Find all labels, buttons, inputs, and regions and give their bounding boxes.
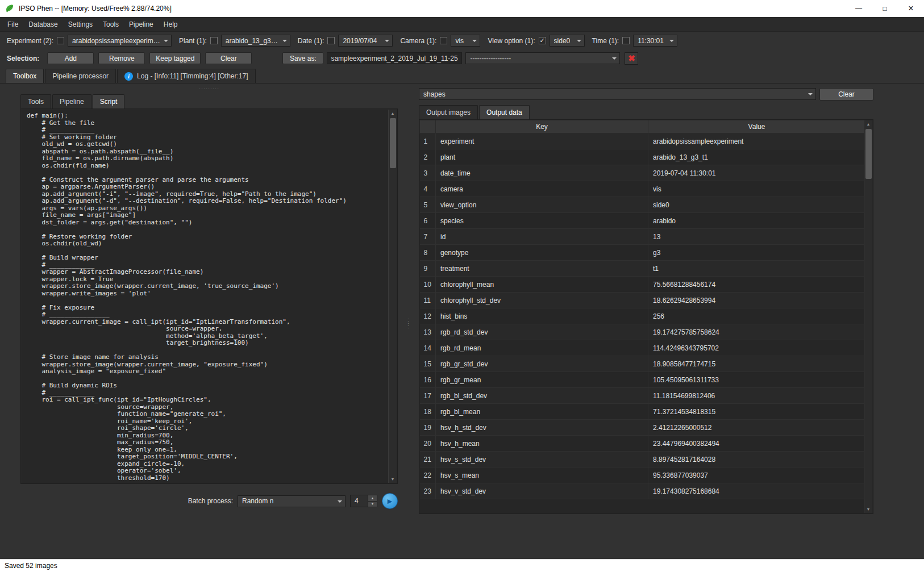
- table-row[interactable]: 2plantarabido_13_g3_t1: [420, 149, 865, 165]
- batch-mode-dropdown[interactable]: Random n: [238, 495, 346, 507]
- table-row[interactable]: 5view_optionside0: [420, 197, 865, 213]
- remove-button[interactable]: Remove: [98, 52, 145, 64]
- row-key: rgb_bl_mean: [436, 404, 648, 420]
- table-row[interactable]: 11chlorophyll_std_dev18.62629428653994: [420, 293, 865, 308]
- clear-button[interactable]: Clear: [205, 52, 252, 64]
- table-row[interactable]: 8genotypeg3: [420, 245, 865, 261]
- delete-selection-button[interactable]: ✖: [625, 52, 638, 65]
- time-checkbox[interactable]: [622, 37, 630, 44]
- date-checkbox[interactable]: [327, 37, 335, 44]
- tab-toolbox[interactable]: Toolbox: [6, 69, 44, 83]
- maximize-button[interactable]: □: [872, 0, 898, 17]
- panel-splitter[interactable]: ·····: [398, 87, 419, 559]
- time-dropdown[interactable]: 11:30:01: [633, 35, 677, 47]
- table-row[interactable]: 23hsv_v_std_dev19.174308275168684: [420, 483, 865, 499]
- table-row[interactable]: 17rgb_bl_std_dev11.18154699812406: [420, 388, 865, 404]
- table-row[interactable]: 22hsv_s_mean95.336877039037: [420, 467, 865, 483]
- table-row[interactable]: 10chlorophyll_mean75.56681288456174: [420, 277, 865, 293]
- code-editor[interactable]: def main(): # Get the file # ___________…: [21, 109, 397, 483]
- vertical-splitter-handle[interactable]: ·····: [406, 318, 411, 329]
- scroll-down-icon[interactable]: ▼: [864, 506, 872, 513]
- add-button[interactable]: Add: [47, 52, 94, 64]
- save-as-button[interactable]: Save as:: [282, 52, 323, 64]
- horizontal-splitter-handle[interactable]: ·········: [199, 87, 219, 94]
- tab-tools[interactable]: Tools: [20, 94, 51, 108]
- row-key: camera: [436, 181, 648, 197]
- filter-bar: Experiment (2):arabidopsissampleexperime…: [0, 32, 924, 49]
- scroll-up-icon[interactable]: ▲: [389, 110, 397, 117]
- menu-item-database[interactable]: Database: [23, 17, 63, 31]
- menu-item-pipeline[interactable]: Pipeline: [124, 17, 159, 31]
- row-key: rgb_rd_std_dev: [436, 324, 648, 340]
- corner-header: [420, 120, 436, 133]
- table-header-row: Key Value: [420, 120, 865, 133]
- row-value: 19.174308275168684: [648, 483, 865, 499]
- plant-dropdown[interactable]: arabido_13_g3_t1: [221, 35, 290, 47]
- plant-checkbox[interactable]: [210, 37, 218, 44]
- keep-tagged-button[interactable]: Keep tagged: [149, 52, 201, 64]
- editor-scrollbar[interactable]: ▲ ▼: [388, 110, 397, 483]
- scroll-up-icon[interactable]: ▲: [864, 120, 872, 128]
- table-scrollbar-thumb[interactable]: [865, 129, 872, 179]
- row-index: 19: [420, 420, 436, 436]
- output-data-table: Key Value 1experimentarabidopsissampleex…: [419, 120, 865, 499]
- key-column-header[interactable]: Key: [436, 120, 648, 133]
- table-row[interactable]: 4cameravis: [420, 181, 865, 197]
- experiment-dropdown[interactable]: arabidopsissampleexperiment: [68, 35, 172, 47]
- batch-count-stepper[interactable]: 4 ▲ ▼: [350, 495, 377, 507]
- table-row[interactable]: 20hsv_h_mean23.447969400382494: [420, 436, 865, 452]
- row-value: g3: [648, 245, 865, 261]
- menu-item-help[interactable]: Help: [159, 17, 183, 31]
- save-as-filename-input[interactable]: [327, 52, 462, 64]
- output-group-dropdown[interactable]: shapes: [419, 88, 816, 100]
- editor-scrollbar-thumb[interactable]: [390, 118, 396, 168]
- experiment-checkbox[interactable]: [57, 37, 64, 44]
- table-row[interactable]: 14rgb_rd_mean114.42496343795702: [420, 340, 865, 356]
- camera-checkbox[interactable]: [440, 37, 447, 44]
- selection-preset-dropdown[interactable]: ------------------: [465, 52, 620, 64]
- table-row[interactable]: 15rgb_gr_std_dev18.90858477174715: [420, 356, 865, 372]
- table-row[interactable]: 12hist_bins256: [420, 308, 865, 324]
- table-row[interactable]: 13rgb_rd_std_dev19.174275785758624: [420, 324, 865, 340]
- run-batch-button[interactable]: ▶: [382, 493, 398, 509]
- table-row[interactable]: 19hsv_h_std_dev2.41212265000512: [420, 420, 865, 436]
- table-row[interactable]: 16rgb_gr_mean105.45095061311733: [420, 372, 865, 388]
- close-button[interactable]: ×: [898, 0, 924, 17]
- dropdown-value: Random n: [242, 497, 273, 505]
- row-index: 13: [420, 324, 436, 340]
- table-row[interactable]: 3date_time2019-07-04 11:30:01: [420, 165, 865, 181]
- minimize-button[interactable]: —: [846, 0, 872, 17]
- table-row[interactable]: 6speciesarabido: [420, 213, 865, 229]
- row-key: genotype: [436, 245, 648, 261]
- dropdown-value: shapes: [423, 90, 446, 98]
- table-row[interactable]: 1experimentarabidopsissampleexperiment: [420, 133, 865, 149]
- view-option-dropdown[interactable]: side0: [550, 35, 585, 47]
- tab-pipeline-processor[interactable]: Pipeline processor: [45, 69, 116, 83]
- menu-item-tools[interactable]: Tools: [98, 17, 124, 31]
- scroll-down-icon[interactable]: ▼: [389, 475, 397, 483]
- stepper-buttons: ▲ ▼: [368, 495, 377, 507]
- menu-bar: FileDatabaseSettingsToolsPipelineHelp: [0, 17, 924, 32]
- menu-item-file[interactable]: File: [2, 17, 23, 31]
- menu-item-settings[interactable]: Settings: [63, 17, 98, 31]
- tab-label: Output images: [426, 108, 471, 116]
- row-value: 19.174275785758624: [648, 324, 865, 340]
- camera-dropdown[interactable]: vis: [451, 35, 480, 47]
- view-option-checkbox[interactable]: ✓: [539, 37, 546, 44]
- clear-output-button[interactable]: Clear: [819, 88, 873, 101]
- stepper-down-icon[interactable]: ▼: [368, 502, 377, 507]
- table-row[interactable]: 18rgb_bl_mean71.37214534818315: [420, 404, 865, 420]
- tab-log[interactable]: i Log - [Info:11] [Timming:4] [Other:17]: [117, 69, 255, 83]
- row-key: view_option: [436, 197, 648, 213]
- tab-output-data[interactable]: Output data: [479, 105, 530, 119]
- table-row[interactable]: 7id13: [420, 229, 865, 245]
- table-row[interactable]: 9treatmentt1: [420, 261, 865, 277]
- tab-script[interactable]: Script: [93, 94, 125, 108]
- value-column-header[interactable]: Value: [648, 120, 865, 133]
- tab-pipeline[interactable]: Pipeline: [52, 94, 91, 108]
- date-dropdown[interactable]: 2019/07/04: [338, 35, 393, 47]
- table-row[interactable]: 21hsv_s_std_dev8.897452817164028: [420, 452, 865, 467]
- table-scrollbar[interactable]: ▲ ▼: [864, 120, 872, 513]
- stepper-up-icon[interactable]: ▲: [368, 495, 377, 502]
- tab-output-images[interactable]: Output images: [419, 105, 478, 119]
